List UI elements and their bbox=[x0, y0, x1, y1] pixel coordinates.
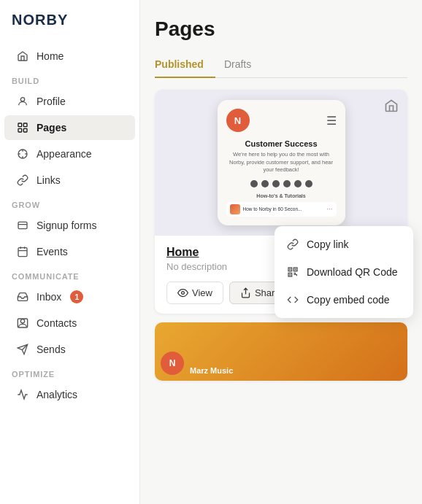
sidebar-item-contacts-label: Contacts bbox=[37, 317, 77, 329]
sidebar-item-events-label: Events bbox=[37, 246, 68, 257]
svg-rect-6 bbox=[18, 222, 27, 228]
social-icon-5 bbox=[294, 180, 302, 187]
appearance-icon bbox=[16, 147, 29, 160]
svg-rect-16 bbox=[289, 268, 291, 270]
card2-avatar: N bbox=[161, 352, 184, 375]
svg-point-0 bbox=[20, 98, 24, 101]
copy-embed-label: Copy embed code bbox=[307, 294, 390, 306]
eye-icon bbox=[177, 287, 188, 298]
sidebar-item-profile[interactable]: Profile bbox=[4, 89, 135, 114]
phone-more-dots: ··· bbox=[326, 205, 332, 213]
sends-icon bbox=[16, 343, 29, 356]
download-qr-label: Download QR Code bbox=[307, 266, 398, 278]
sidebar-item-inbox[interactable]: Inbox 1 bbox=[4, 284, 135, 309]
page-card-marz-music: N Marz Music bbox=[155, 322, 407, 381]
svg-point-11 bbox=[182, 292, 185, 295]
sidebar-item-inbox-label: Inbox bbox=[37, 291, 61, 303]
sidebar-item-contacts[interactable]: Contacts bbox=[4, 311, 135, 336]
home-preview-icon bbox=[384, 98, 399, 117]
phone-avatar: N bbox=[226, 109, 250, 132]
tabs-bar: Published Drafts bbox=[155, 53, 407, 78]
phone-social-icons bbox=[226, 180, 337, 187]
pages-icon bbox=[16, 121, 29, 134]
sidebar-item-home-label: Home bbox=[37, 50, 64, 62]
link-icon bbox=[286, 238, 299, 251]
code-icon bbox=[286, 293, 299, 306]
sidebar-item-links-label: Links bbox=[37, 174, 61, 186]
events-icon bbox=[16, 245, 29, 258]
copy-link-label: Copy link bbox=[307, 239, 349, 250]
svg-rect-4 bbox=[23, 128, 27, 132]
view-button-label: View bbox=[192, 287, 212, 298]
card-preview: N ☰ Customer Success We're here to help … bbox=[155, 90, 407, 236]
signup-forms-icon bbox=[16, 219, 29, 232]
sidebar-item-links[interactable]: Links bbox=[4, 168, 135, 193]
inbox-icon bbox=[16, 290, 29, 303]
card2-label: Marz Music bbox=[190, 366, 233, 375]
tab-published[interactable]: Published bbox=[155, 53, 215, 77]
dropdown-download-qr[interactable]: Download QR Code bbox=[275, 258, 413, 286]
sidebar-item-profile-label: Profile bbox=[37, 96, 66, 107]
social-icon-2 bbox=[261, 180, 269, 187]
share-icon bbox=[240, 287, 251, 298]
social-icon-1 bbox=[250, 180, 258, 187]
optimize-section-label: OPTIMIZE bbox=[0, 363, 139, 381]
svg-rect-2 bbox=[23, 123, 27, 127]
social-icon-6 bbox=[305, 180, 312, 187]
sidebar-item-appearance[interactable]: Appearance bbox=[4, 141, 135, 166]
sidebar-item-analytics-label: Analytics bbox=[37, 389, 77, 400]
phone-video-text: How to Norby in 60 Secon... bbox=[243, 206, 324, 212]
grow-section-label: GROW bbox=[0, 193, 139, 212]
sidebar-item-signup-forms-label: Signup forms bbox=[37, 220, 96, 231]
page-title: Pages bbox=[155, 18, 407, 41]
sidebar-item-analytics[interactable]: Analytics bbox=[4, 382, 135, 407]
social-icon-4 bbox=[283, 180, 291, 187]
build-section-label: BUILD bbox=[0, 69, 139, 88]
links-icon bbox=[16, 174, 29, 187]
view-button[interactable]: View bbox=[166, 282, 223, 304]
app-logo: NORBY bbox=[0, 12, 139, 43]
sidebar-item-sends[interactable]: Sends bbox=[4, 337, 135, 362]
sidebar-item-signup-forms[interactable]: Signup forms bbox=[4, 213, 135, 238]
sidebar-item-home[interactable]: Home bbox=[4, 44, 135, 69]
phone-header: N ☰ bbox=[226, 109, 337, 132]
dropdown-menu: Copy link Download QR Code Copy embed co… bbox=[275, 226, 413, 318]
sidebar-item-pages[interactable]: Pages bbox=[4, 115, 135, 140]
phone-desc: We're here to help you do the most with … bbox=[226, 151, 337, 174]
sidebar-item-appearance-label: Appearance bbox=[37, 148, 92, 160]
svg-rect-17 bbox=[295, 268, 296, 270]
dropdown-copy-embed[interactable]: Copy embed code bbox=[275, 286, 413, 314]
phone-section-label: How-to's & Tutorials bbox=[226, 193, 337, 198]
profile-icon bbox=[16, 95, 29, 108]
dropdown-copy-link[interactable]: Copy link bbox=[275, 230, 413, 258]
svg-rect-1 bbox=[18, 123, 22, 127]
main-content: Pages Published Drafts N ☰ Customer Succ… bbox=[140, 0, 422, 504]
home-icon bbox=[16, 50, 29, 63]
phone-video-thumb bbox=[230, 204, 240, 214]
phone-mockup: N ☰ Customer Success We're here to help … bbox=[218, 100, 345, 225]
sidebar-item-pages-label: Pages bbox=[37, 122, 66, 133]
sidebar-item-events[interactable]: Events bbox=[4, 239, 135, 264]
communicate-section-label: COMMUNICATE bbox=[0, 265, 139, 284]
inbox-badge: 1 bbox=[70, 290, 83, 303]
svg-rect-18 bbox=[289, 274, 291, 276]
sidebar: NORBY Home BUILD Profile Pages Appearanc… bbox=[0, 0, 140, 504]
phone-title: Customer Success bbox=[226, 139, 337, 148]
phone-menu-icon: ☰ bbox=[326, 114, 337, 128]
sidebar-item-sends-label: Sends bbox=[37, 344, 66, 355]
qr-icon bbox=[286, 265, 299, 279]
analytics-icon bbox=[16, 388, 29, 401]
tab-drafts[interactable]: Drafts bbox=[224, 53, 263, 77]
card2-preview: N Marz Music bbox=[155, 322, 407, 381]
social-icon-3 bbox=[272, 180, 280, 187]
svg-rect-3 bbox=[18, 128, 22, 132]
phone-video-row: How to Norby in 60 Secon... ··· bbox=[226, 202, 337, 217]
svg-rect-7 bbox=[18, 248, 27, 257]
contacts-icon bbox=[16, 317, 29, 330]
